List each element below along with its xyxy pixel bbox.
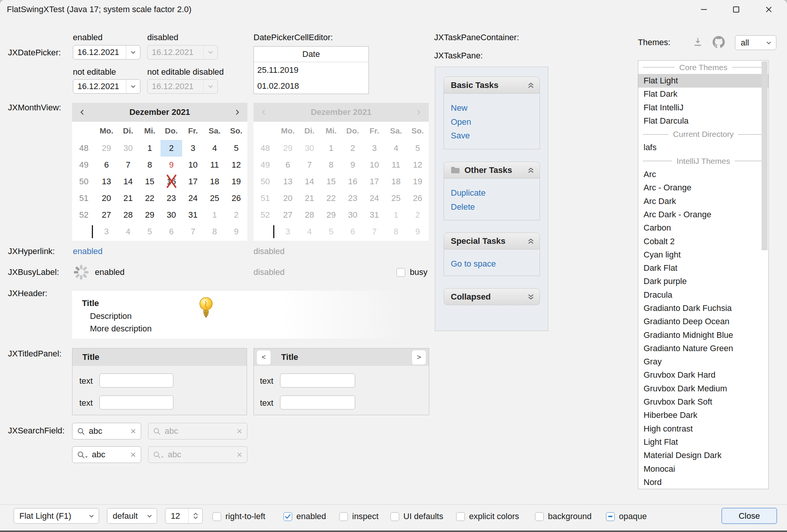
theme-item[interactable]: Arc Dark - Orange: [638, 208, 768, 221]
calendar-day[interactable]: 26: [225, 190, 247, 207]
taskpane-header[interactable]: Other Tasks: [444, 162, 540, 179]
theme-item[interactable]: Monocai: [638, 462, 768, 476]
right-to-left-checkbox[interactable]: [212, 512, 221, 521]
ui-defaults-checkbox[interactable]: [390, 512, 399, 521]
clear-icon[interactable]: ✕: [130, 427, 136, 436]
theme-item[interactable]: Flat IntelliJ: [638, 101, 768, 114]
minimize-button[interactable]: [693, 1, 715, 18]
calendar-day[interactable]: 15: [320, 173, 342, 190]
datepicker-value[interactable]: 16.12.2021: [73, 47, 126, 57]
calendar-day[interactable]: 4: [117, 223, 139, 240]
calendar-day[interactable]: 7: [299, 157, 320, 173]
calendar-day[interactable]: 7: [117, 157, 139, 173]
theme-item[interactable]: lafs: [638, 141, 768, 154]
theme-item[interactable]: Gruvbox Dark Medium: [638, 382, 768, 395]
calendar-day[interactable]: 29: [139, 207, 161, 223]
calendar-day[interactable]: 12: [407, 157, 428, 173]
search-menu-icon[interactable]: [77, 451, 88, 459]
calendar-day[interactable]: 4: [204, 140, 225, 157]
checkbox-label[interactable]: inspect: [352, 512, 379, 521]
calendar-day[interactable]: 24: [182, 190, 204, 207]
theme-item[interactable]: Light Flat: [638, 435, 768, 449]
scrollbar-thumb[interactable]: [762, 61, 768, 250]
calendar-day[interactable]: 11: [204, 157, 225, 173]
task-link[interactable]: Delete: [451, 200, 540, 214]
calendar-day[interactable]: 7: [364, 223, 385, 240]
previous-month-button[interactable]: [72, 109, 93, 116]
calendar-day[interactable]: 5: [139, 223, 161, 240]
calendar-day[interactable]: 24: [364, 190, 385, 207]
calendar-day[interactable]: 20: [277, 190, 299, 207]
calendar-day[interactable]: 23: [161, 190, 182, 207]
theme-item[interactable]: Gradianto Dark Fuchsia: [638, 301, 768, 315]
task-link[interactable]: Open: [451, 115, 540, 129]
table-column-header[interactable]: Date: [254, 47, 368, 62]
theme-item[interactable]: Gradianto Nature Green: [638, 342, 768, 355]
table-row[interactable]: 25.11.2019: [254, 62, 368, 78]
calendar-day[interactable]: 28: [299, 207, 320, 223]
opaque-checkbox[interactable]: [606, 512, 615, 521]
calendar-day[interactable]: 2: [407, 207, 428, 223]
close-button[interactable]: [758, 1, 779, 18]
calendar-day[interactable]: 28: [117, 207, 139, 223]
calendar-day[interactable]: 6: [342, 223, 364, 240]
calendar-day[interactable]: 27: [277, 207, 299, 223]
checkbox-label[interactable]: explicit colors: [469, 512, 519, 521]
calendar-day[interactable]: 29: [277, 140, 299, 157]
collapse-icon[interactable]: [527, 237, 535, 245]
theme-item[interactable]: Arc - Orange: [638, 181, 768, 195]
datepicker-dropdown-button[interactable]: [126, 46, 140, 59]
text-input[interactable]: [99, 373, 173, 388]
toggle-inspect[interactable]: inspect: [339, 512, 379, 521]
hyperlink-enabled[interactable]: enabled: [73, 246, 102, 256]
task-link[interactable]: Duplicate: [451, 186, 540, 200]
theme-item[interactable]: Gradianto Midnight Blue: [638, 328, 768, 342]
theme-item[interactable]: Arc: [638, 168, 768, 181]
text-input[interactable]: [280, 395, 355, 410]
search-icon[interactable]: [77, 427, 85, 435]
calendar-day[interactable]: 7: [182, 223, 204, 240]
calendar-day[interactable]: 5: [407, 140, 428, 157]
toggle-ui-defaults[interactable]: UI defaults: [390, 512, 443, 521]
toggle-right-to-left[interactable]: right-to-left: [212, 512, 265, 521]
download-icon[interactable]: [692, 36, 704, 48]
theme-item[interactable]: Gray: [638, 355, 768, 369]
theme-item[interactable]: Flat Light: [638, 74, 768, 87]
calendar-day[interactable]: 30: [161, 207, 182, 223]
checkbox-label[interactable]: right-to-left: [225, 512, 265, 521]
calendar-day[interactable]: 5: [320, 223, 342, 240]
calendar-day[interactable]: 27: [96, 207, 117, 223]
calendar-day[interactable]: 2: [161, 140, 182, 157]
text-input[interactable]: [99, 395, 173, 410]
calendar-day[interactable]: 8: [139, 157, 161, 173]
toggle-opaque[interactable]: opaque: [606, 512, 647, 521]
calendar-day[interactable]: 8: [320, 157, 342, 173]
calendar-day[interactable]: 1: [385, 207, 407, 223]
calendar-day[interactable]: 1: [320, 140, 342, 157]
task-link[interactable]: Save: [451, 129, 540, 143]
theme-item[interactable]: Gradianto Deep Ocean: [638, 315, 768, 328]
calendar-day[interactable]: 22: [320, 190, 342, 207]
calendar-day[interactable]: 19: [407, 173, 428, 190]
calendar-day[interactable]: 19: [225, 173, 247, 190]
font-size-spinner[interactable]: 12: [165, 508, 203, 524]
calendar-day[interactable]: 4: [299, 223, 320, 240]
calendar-day[interactable]: 14: [299, 173, 320, 190]
calendar-day[interactable]: 16: [161, 173, 182, 190]
calendar-day[interactable]: 10: [182, 157, 204, 173]
theme-item[interactable]: Flat Darcula: [638, 114, 768, 127]
calendar-day[interactable]: 8: [385, 223, 407, 240]
task-link[interactable]: Go to space: [451, 257, 540, 271]
toggle-explicit-colors[interactable]: explicit colors: [456, 512, 519, 521]
task-link[interactable]: New: [451, 101, 540, 115]
calendar-day[interactable]: 6: [96, 157, 117, 173]
spinner-buttons[interactable]: [188, 508, 202, 523]
table-row[interactable]: 01.02.2018: [254, 78, 368, 94]
close-dialog-button[interactable]: Close: [721, 508, 777, 524]
toggle-background[interactable]: background: [535, 512, 592, 521]
calendar-day[interactable]: 6: [161, 223, 182, 240]
theme-item[interactable]: Arc Dark: [638, 195, 768, 208]
datepicker-enabled[interactable]: 16.12.2021: [73, 45, 140, 60]
calendar-day[interactable]: 2: [342, 140, 364, 157]
calendar-day[interactable]: 9: [342, 157, 364, 173]
